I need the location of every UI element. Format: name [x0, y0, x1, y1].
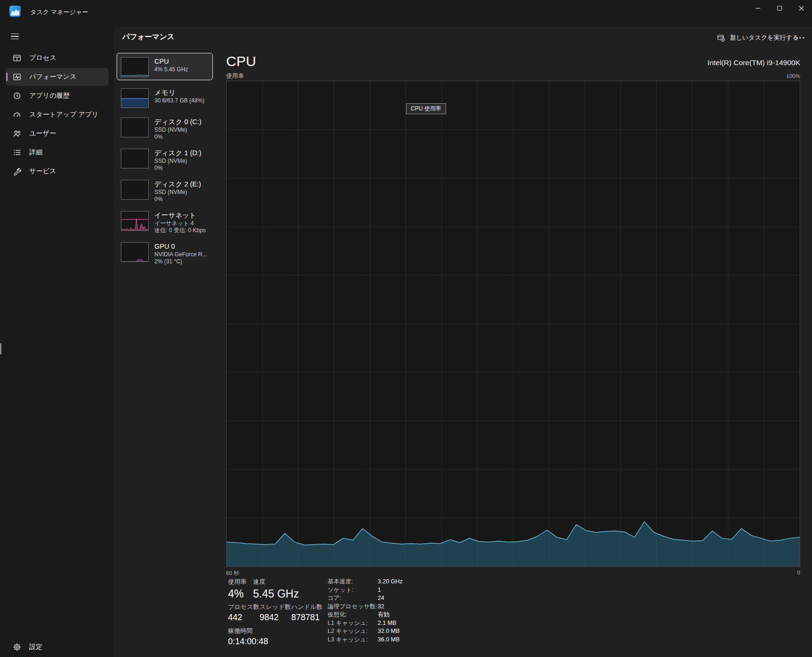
perf-card-detail2: 0% [154, 165, 202, 172]
close-button[interactable] [790, 0, 812, 16]
processes-icon [13, 54, 21, 62]
app-history-icon [13, 92, 21, 100]
minimize-button[interactable] [747, 0, 769, 16]
sidebar-item-label: サービス [29, 167, 56, 176]
perf-card-detail: 4% 5.45 GHz [154, 66, 188, 73]
disk2-mini-chart [121, 180, 149, 200]
sidebar-item-app-history[interactable]: アプリの履歴 [6, 87, 109, 105]
perf-card-detail: SSD (NVMe) [154, 189, 201, 196]
disk0-mini-chart [121, 118, 149, 137]
cpu-details-grid: 基本速度:3.20 GHz ソケット:1 コア:24 論理プロセッサ数:32 仮… [328, 579, 403, 643]
ethernet-mini-chart [121, 211, 149, 231]
maximize-button[interactable] [769, 0, 790, 16]
header-divider [787, 32, 788, 44]
detail-label: 仮想化: [328, 612, 378, 618]
x-axis-left-label: 60 秒 [226, 570, 239, 577]
sidebar-item-label: 詳細 [29, 148, 42, 157]
y-max-label: 100% [767, 73, 800, 79]
stat-speed: 速度 5.45 GHz [253, 578, 299, 600]
settings-gear-icon [13, 643, 21, 651]
run-new-task-icon [717, 34, 725, 42]
detail-value: 32 [378, 604, 403, 610]
processor-name: Intel(R) Core(TM) i9-14900K [423, 59, 800, 67]
run-new-task-label: 新しいタスクを実行する [730, 34, 798, 42]
users-icon [13, 129, 21, 138]
detail-label: コア: [328, 595, 378, 602]
sidebar-item-label: スタートアップ アプリ [29, 110, 99, 119]
sidebar-item-label: ユーザー [29, 129, 56, 138]
gpu-mini-chart [121, 242, 149, 262]
perf-card-disk2[interactable]: ディスク 2 (E:) SSD (NVMe) 0% [117, 176, 213, 205]
sidebar-item-services[interactable]: サービス [6, 162, 109, 180]
sidebar-item-details[interactable]: 詳細 [6, 143, 109, 161]
cpu-usage-chart[interactable] [226, 81, 800, 567]
sidebar-item-label: プロセス [29, 54, 56, 62]
perf-card-title: CPU [154, 57, 188, 66]
perf-card-detail: SSD (NVMe) [154, 126, 202, 134]
cpu-pane-title: CPU [226, 53, 256, 69]
perf-card-gpu[interactable]: GPU 0 NVIDIA GeForce R... 2% (31 °C) [117, 238, 213, 267]
detail-label: L2 キャッシュ: [328, 628, 378, 635]
perf-card-title: ディスク 2 (E:) [154, 180, 201, 189]
memory-mini-chart [121, 88, 149, 108]
perf-card-title: GPU 0 [154, 242, 207, 251]
page-title: パフォーマンス [122, 32, 175, 42]
perf-card-memory[interactable]: メモリ 30.6/63.7 GB (48%) [117, 84, 213, 111]
perf-card-detail2: 2% (31 °C) [154, 258, 207, 265]
detail-label: ソケット: [328, 587, 378, 594]
sidebar-item-users[interactable]: ユーザー [6, 125, 109, 143]
stat-handles: ハンドル数 878781 [291, 603, 322, 623]
perf-card-detail: NVIDIA GeForce R... [154, 251, 207, 258]
perf-card-disk1[interactable]: ディスク 1 (D:) SSD (NVMe) 0% [117, 144, 213, 174]
perf-card-detail: 30.6/63.7 GB (48%) [154, 97, 204, 104]
stat-processes: プロセス数 442 [228, 603, 259, 623]
cpu-mini-chart [121, 57, 149, 77]
sidebar-item-settings[interactable]: 設定 [6, 638, 109, 656]
services-icon [13, 167, 21, 176]
perf-card-title: イーサネット [154, 211, 206, 220]
run-new-task-button[interactable]: 新しいタスクを実行する [711, 30, 804, 46]
perf-card-detail: イーサネット 4 [154, 220, 206, 227]
navigation-menu-button[interactable] [6, 27, 25, 45]
app-icon [9, 6, 21, 17]
detail-value: 32.0 MB [378, 628, 403, 635]
detail-value: 有効 [378, 612, 403, 618]
perf-card-title: ディスク 0 (C:) [154, 118, 202, 126]
sidebar-item-startup-apps[interactable]: スタートアップ アプリ [6, 106, 109, 124]
detail-label: 論理プロセッサ数: [328, 604, 378, 610]
titlebar: タスク マネージャー [0, 0, 812, 23]
detail-value: 3.20 GHz [378, 579, 403, 585]
detail-label: L3 キャッシュ: [328, 637, 378, 643]
perf-card-cpu[interactable]: CPU 4% 5.45 GHz [117, 53, 213, 80]
perf-card-disk0[interactable]: ディスク 0 (C:) SSD (NVMe) 0% [117, 113, 213, 143]
more-options-button[interactable] [792, 31, 808, 45]
perf-card-detail: SSD (NVMe) [154, 158, 202, 165]
selection-indicator [6, 73, 8, 81]
window-controls [747, 0, 812, 16]
perf-card-detail2: 0% [154, 196, 201, 203]
sidebar-item-label: 設定 [29, 643, 42, 651]
sidebar-item-processes[interactable]: プロセス [6, 49, 109, 67]
ellipsis-icon [796, 37, 804, 39]
perf-card-detail2: 0% [154, 134, 202, 141]
stat-uptime: 稼働時間 0:14:00:48 [228, 627, 268, 647]
sidebar-item-label: パフォーマンス [29, 73, 76, 81]
perf-card-detail2: 送信: 0 受信: 0 Kbps [154, 227, 206, 234]
x-axis-right-label: 0 [767, 570, 800, 575]
scrollbar-thumb[interactable] [0, 343, 1, 354]
perf-card-ethernet[interactable]: イーサネット イーサネット 4 送信: 0 受信: 0 Kbps [117, 207, 213, 236]
stat-usage: 使用率 4% [228, 578, 246, 600]
sidebar-item-performance[interactable]: パフォーマンス [6, 68, 109, 86]
detail-label: L1 キャッシュ: [328, 620, 378, 627]
disk1-mini-chart [121, 149, 149, 168]
perf-card-title: メモリ [154, 88, 204, 97]
window-title: タスク マネージャー [30, 8, 88, 17]
y-axis-label: 使用率 [226, 72, 244, 80]
stat-threads: スレッド数 9842 [260, 603, 291, 623]
detail-value: 1 [378, 587, 403, 594]
details-icon [13, 148, 21, 157]
detail-value: 2.1 MB [378, 620, 403, 627]
performance-icon [13, 73, 21, 81]
sidebar-item-label: アプリの履歴 [29, 92, 69, 100]
content-panel: パフォーマンス 新しいタスクを実行する CPU 4% 5.45 GHz メモリ … [114, 27, 812, 657]
